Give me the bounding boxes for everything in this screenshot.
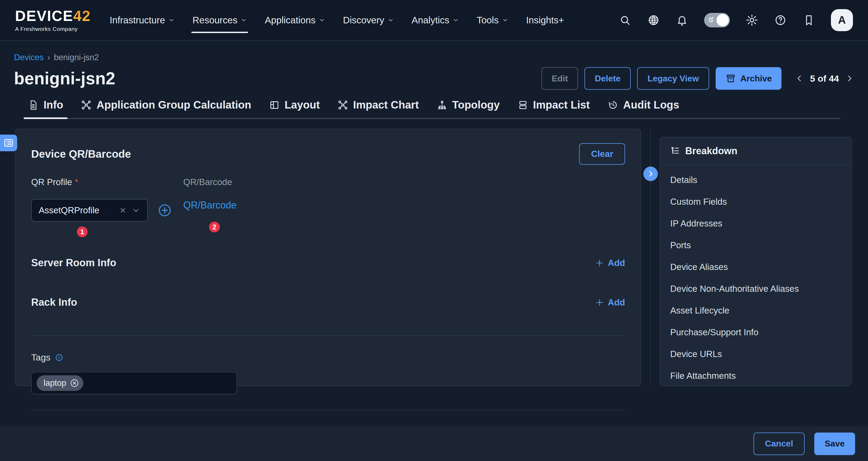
breakdown-item-device-urls[interactable]: Device URLs [670, 343, 841, 365]
record-pager: 5 of 44 [795, 73, 854, 84]
step-badge-2: 2 [209, 222, 220, 232]
search-button[interactable] [619, 14, 631, 27]
tab-layout[interactable]: Layout [269, 99, 320, 111]
bookmarks-button[interactable] [802, 14, 815, 27]
open-dropdown-button[interactable] [132, 206, 140, 215]
chevron-right-icon [845, 74, 854, 83]
save-button[interactable]: Save [814, 432, 855, 455]
archive-button[interactable]: Archive [716, 67, 781, 90]
chevron-down-icon [241, 17, 247, 23]
tab-label: Application Group Calculation [96, 99, 251, 111]
server-room-section: Server Room Info Add [31, 257, 625, 269]
pager-next-button[interactable] [845, 74, 854, 83]
qr-section-header: Device QR/Barcode Clear [31, 143, 625, 165]
qr-barcode-link[interactable]: QR/Barcode [183, 200, 237, 211]
pager-prev-button[interactable] [795, 74, 804, 83]
breadcrumb-devices-link[interactable]: Devices [14, 53, 43, 62]
breakdown-item-device-aliases[interactable]: Device Aliases [670, 256, 841, 278]
delete-button[interactable]: Delete [585, 67, 631, 90]
hub-icon [81, 100, 92, 110]
breakdown-item-ports[interactable]: Ports [670, 234, 841, 256]
nav-label: Analytics [412, 15, 449, 26]
side-panel-toggle[interactable] [0, 135, 17, 151]
breakdown-item-device-non-authoritative-aliases[interactable]: Device Non-Authoritative Aliases [670, 278, 841, 300]
nav-applications[interactable]: Applications [265, 0, 325, 40]
server-room-title: Server Room Info [31, 257, 116, 269]
device-info-panel: Device QR/Barcode Clear QR Profile* Asse… [15, 129, 641, 386]
tab-topology[interactable]: Topology [437, 99, 500, 111]
device-tabs: Info Application Group Calculation Layou… [28, 99, 840, 119]
tags-input[interactable]: laptop [31, 372, 237, 394]
remove-tag-icon[interactable] [69, 378, 80, 388]
collapse-breakdown-button[interactable] [643, 167, 658, 181]
server-room-add-button[interactable]: Add [595, 258, 625, 268]
nav-discovery[interactable]: Discovery [343, 0, 394, 40]
tab-label: Impact List [533, 99, 590, 111]
tab-impact-list[interactable]: Impact List [518, 99, 590, 111]
chevron-down-icon [132, 206, 140, 215]
tree-list-icon [670, 146, 680, 156]
qr-profile-column: QR Profile* AssetQRProfile 1 [31, 177, 183, 237]
rows-icon [518, 100, 528, 110]
nav-analytics[interactable]: Analytics [412, 0, 459, 40]
cancel-button[interactable]: Cancel [753, 432, 805, 455]
qr-section-title: Device QR/Barcode [31, 148, 131, 160]
theme-toggle[interactable] [704, 13, 730, 27]
chevron-down-icon [453, 17, 459, 23]
tags-label: Tags [31, 352, 51, 363]
tab-audit-logs[interactable]: Audit Logs [608, 99, 679, 111]
clear-selection-button[interactable] [119, 206, 127, 215]
section-divider [31, 410, 625, 410]
logo-brand: DEVICE [15, 7, 73, 24]
settings-button[interactable] [745, 14, 758, 27]
legacy-view-button[interactable]: Legacy View [637, 67, 709, 90]
tag-text: laptop [43, 378, 66, 388]
step-badge-1: 1 [77, 227, 88, 237]
nav-insights[interactable]: Insights+ [526, 0, 564, 40]
breakdown-item-ip-addresses[interactable]: IP Addresses [670, 212, 841, 234]
nav-infrastructure[interactable]: Infrastructure [110, 0, 175, 40]
breadcrumb: Devices › benigni-jsn2 [14, 53, 854, 62]
chevron-down-icon [502, 17, 508, 23]
avatar-initial: A [838, 14, 846, 26]
globe-icon [647, 14, 660, 26]
qr-profile-select[interactable]: AssetQRProfile [31, 199, 148, 222]
nav-label: Insights+ [526, 15, 564, 26]
language-button[interactable] [647, 14, 660, 27]
archive-icon [725, 73, 736, 84]
breakdown-item-asset-lifecycle[interactable]: Asset Lifecycle [670, 300, 841, 321]
tab-impact-chart[interactable]: Impact Chart [338, 99, 419, 111]
main-nav: Infrastructure Resources Applications Di… [110, 0, 564, 40]
tab-info[interactable]: Info [28, 99, 63, 111]
nav-resources[interactable]: Resources [192, 0, 247, 40]
info-icon[interactable] [55, 353, 63, 362]
history-icon [608, 100, 618, 110]
tab-label: Layout [285, 99, 320, 111]
edit-button[interactable]: Edit [541, 67, 578, 90]
nav-label: Resources [192, 15, 237, 26]
section-divider [31, 335, 625, 335]
breakdown-header: Breakdown [660, 137, 851, 165]
add-qr-profile-button[interactable] [157, 203, 172, 218]
title-row: benigni-jsn2 Edit Delete Legacy View Arc… [14, 67, 854, 90]
qr-profile-label: QR Profile* [31, 177, 183, 187]
qr-profile-value: AssetQRProfile [39, 205, 114, 216]
document-icon [28, 100, 39, 110]
help-button[interactable] [774, 14, 787, 27]
breakdown-item-purchase-support-info[interactable]: Purchase/Support Info [670, 321, 841, 343]
header-icons: A [619, 9, 853, 31]
footer-action-bar: Cancel Save [0, 426, 868, 461]
breakdown-item-details[interactable]: Details [670, 169, 841, 191]
tab-application-group-calculation[interactable]: Application Group Calculation [81, 99, 251, 111]
breakdown-item-custom-fields[interactable]: Custom Fields [670, 191, 841, 212]
rack-add-button[interactable]: Add [595, 297, 625, 307]
clear-button[interactable]: Clear [579, 143, 625, 165]
notifications-button[interactable] [676, 14, 688, 27]
breakdown-item-file-attachments[interactable]: File Attachments [670, 365, 841, 386]
chevron-right-icon [646, 169, 655, 178]
user-avatar[interactable]: A [831, 9, 853, 31]
nav-label: Discovery [343, 15, 384, 26]
nav-tools[interactable]: Tools [477, 0, 508, 40]
chevron-down-icon [319, 17, 325, 23]
device42-logo[interactable]: DEVICE42 A Freshworks Company [15, 9, 91, 32]
